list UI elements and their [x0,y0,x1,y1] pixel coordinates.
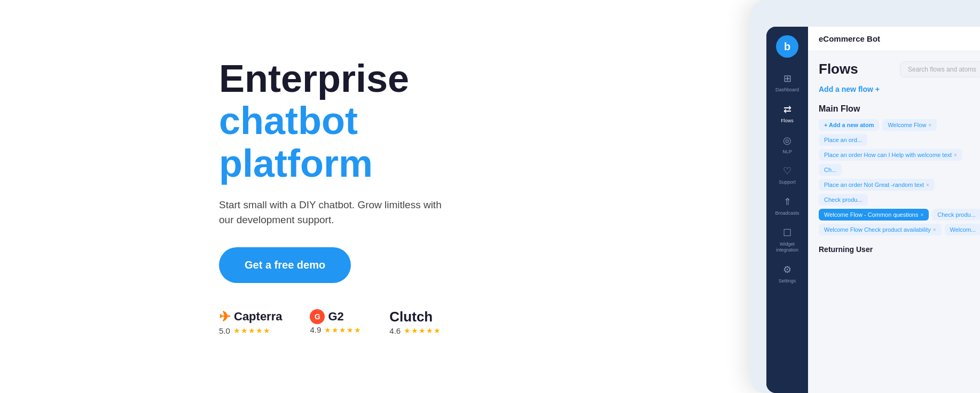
atom-close-icon-3[interactable]: × [926,182,929,188]
add-flow-label: Add a new flow + [819,85,880,93]
add-flow-button[interactable]: Add a new flow + [819,85,980,93]
sidebar-label-dashboard: Dashboard [775,87,799,93]
flows-title: Flows [819,61,858,77]
flows-icon: ⇄ [783,104,791,115]
sidebar-label-broadcasts: Broadcasts [775,210,799,216]
g2-score: 4.9 [310,325,321,334]
settings-icon: ⚙ [783,264,791,276]
sidebar-item-widget[interactable]: ☐ Widget integration [766,222,808,258]
capterra-icon: ✈ [219,309,231,325]
atom-close-icon[interactable]: × [928,122,931,128]
sidebar-item-broadcasts[interactable]: ⇑ Broadcasts [766,191,808,222]
atom-place-order[interactable]: Place an ord... [819,134,867,146]
atom-place-order-help[interactable]: Place an order How can I Help with welco… [819,149,962,161]
app-mockup: b ⊞ Dashboard ⇄ Flows ◎ NLP ♡ [750,0,980,393]
clutch-stars: ★★★★★ [404,326,441,335]
content-area: Enterprise chatbot platform Start small … [0,58,481,335]
ratings-row: ✈ Capterra 5.0 ★★★★★ G G2 4.9 ★★★★★ [219,309,449,335]
main-flow-title: Main Flow [819,104,980,114]
capterra-label: Capterra [234,310,282,324]
app-logo: b [776,35,798,58]
g2-stars: ★★★★★ [324,326,362,334]
atom-close-icon-5[interactable]: × [933,227,936,233]
sidebar-label-flows: Flows [781,118,794,124]
dashboard-icon: ⊞ [783,73,791,84]
app-main-content: eCommerce Bot Flows Search flows and ato… [808,27,980,393]
support-icon: ♡ [783,165,791,177]
atom-welcome-end[interactable]: Welcom... [945,224,980,235]
flow-row-1: + Add a new atom Welcome Flow × Place an… [819,119,980,146]
rating-clutch: Clutch 4.6 ★★★★★ [389,309,441,335]
sidebar-label-support: Support [779,179,796,185]
sidebar-item-flows[interactable]: ⇄ Flows [766,98,808,129]
widget-icon: ☐ [783,227,791,239]
main-flow-group: Main Flow + Add a new atom Welcome Flow … [819,104,980,235]
sidebar-item-settings[interactable]: ⚙ Settings [766,258,808,289]
app-inner: b ⊞ Dashboard ⇄ Flows ◎ NLP ♡ [766,27,980,393]
capterra-score: 5.0 [219,326,230,335]
flow-row-3: Place an order Not Great -random text × … [819,179,980,206]
atom-check-1[interactable]: Ch... [819,164,842,176]
clutch-label: Clutch [389,309,433,325]
page-wrapper: Enterprise chatbot platform Start small … [0,0,980,393]
sidebar-item-support[interactable]: ♡ Support [766,160,808,191]
broadcasts-icon: ⇑ [783,196,791,208]
cta-button[interactable]: Get a free demo [219,247,351,283]
atom-place-order-random[interactable]: Place an order Not Great -random text × [819,179,935,191]
sidebar-label-nlp: NLP [782,149,792,155]
screenshot-area: b ⊞ Dashboard ⇄ Flows ◎ NLP ♡ [481,0,980,393]
atom-check-product-2[interactable]: Check produ... [932,209,980,221]
flow-row-4: Welcome Flow - Common questions × Check … [819,209,980,221]
sidebar-item-nlp[interactable]: ◎ NLP [766,129,808,160]
g2-label: G2 [328,310,343,324]
rating-g2: G G2 4.9 ★★★★★ [310,309,362,334]
atom-close-icon-2[interactable]: × [954,152,957,158]
flow-row-5: Welcome Flow Check product availability … [819,224,980,235]
flows-title-row: Flows Search flows and atoms [819,61,980,77]
app-sidebar: b ⊞ Dashboard ⇄ Flows ◎ NLP ♡ [766,27,808,393]
atom-check-availability[interactable]: Welcome Flow Check product availability … [819,224,942,235]
subtitle: Start small with a DIY chatbot. Grow lim… [219,198,443,228]
sidebar-item-dashboard[interactable]: ⊞ Dashboard [766,67,808,98]
search-placeholder: Search flows and atoms [908,66,976,73]
clutch-score: 4.6 [389,326,401,335]
add-atom-tag[interactable]: + Add a new atom [819,119,879,131]
headline-line1: Enterprise [219,58,449,100]
atom-common-questions[interactable]: Welcome Flow - Common questions × [819,209,929,221]
atom-check-product-1[interactable]: Check produ... [819,194,868,206]
g2-icon: G [310,309,325,324]
search-box[interactable]: Search flows and atoms [900,61,980,77]
returning-user-title: Returning User [819,245,980,254]
flow-row-2: Place an order How can I Help with welco… [819,149,980,176]
bot-name: eCommerce Bot [819,34,880,43]
app-header: eCommerce Bot [808,27,980,51]
atom-welcome-flow[interactable]: Welcome Flow × [882,119,937,131]
sidebar-label-widget: Widget integration [769,241,806,253]
headline-line2: chatbot platform [219,100,449,184]
rating-capterra: ✈ Capterra 5.0 ★★★★★ [219,309,282,335]
atom-close-icon-4[interactable]: × [920,212,923,218]
flows-section: Flows Search flows and atoms Add a new f… [808,51,980,393]
nlp-icon: ◎ [783,135,791,146]
sidebar-label-settings: Settings [779,278,796,284]
capterra-stars: ★★★★★ [233,326,271,335]
